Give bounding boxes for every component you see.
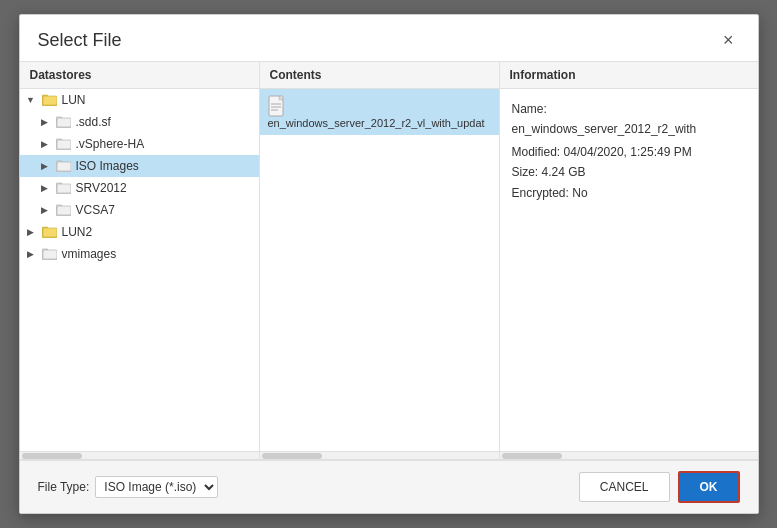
file-item-win2012[interactable]: en_windows_server_2012_r2_vl_with_updat <box>260 89 499 135</box>
file-type-label: File Type: <box>38 480 90 494</box>
dialog-title: Select File <box>38 30 122 51</box>
datastores-scrollbar[interactable] <box>20 451 259 459</box>
datastores-tree: ▼ LUN ▶ <box>20 89 259 451</box>
folder-srv2012-icon <box>56 180 72 196</box>
close-button[interactable]: × <box>717 29 740 51</box>
contents-file-list: en_windows_server_2012_r2_vl_with_updat <box>260 89 499 451</box>
folder-sdd-icon <box>56 114 72 130</box>
datastores-scroll-thumb[interactable] <box>22 453 82 459</box>
tree-item-sdd[interactable]: ▶ .sdd.sf <box>20 111 259 133</box>
cancel-button[interactable]: CANCEL <box>579 472 670 502</box>
ok-button[interactable]: OK <box>678 471 740 503</box>
tree-item-vcsa7[interactable]: ▶ VCSA7 <box>20 199 259 221</box>
chevron-lun2-icon: ▶ <box>24 225 38 239</box>
footer-buttons: CANCEL OK <box>579 471 740 503</box>
svg-rect-20 <box>43 228 57 237</box>
chevron-sdd-icon: ▶ <box>38 115 52 129</box>
svg-rect-14 <box>57 184 71 193</box>
chevron-isoimages-icon: ▶ <box>38 159 52 173</box>
contents-header: Contents <box>260 62 499 89</box>
svg-rect-2 <box>43 96 57 105</box>
file-name-win2012: en_windows_server_2012_r2_vl_with_updat <box>268 117 485 129</box>
info-modified-value: 04/04/2020, 1:25:49 PM <box>564 145 692 159</box>
datastores-header: Datastores <box>20 62 259 89</box>
info-size-label: Size: <box>512 165 539 179</box>
svg-rect-11 <box>57 162 71 171</box>
info-encrypted-row: Encrypted: No <box>512 183 746 203</box>
information-scroll-thumb[interactable] <box>502 453 562 459</box>
tree-item-lun2-label: LUN2 <box>62 225 93 239</box>
info-size-row: Size: 4.24 GB <box>512 162 746 182</box>
tree-item-vmimages-label: vmimages <box>62 247 117 261</box>
datastores-panel: Datastores ▼ LUN ▶ <box>20 62 260 459</box>
information-content: Name: en_windows_server_2012_r2_with Mod… <box>500 89 758 451</box>
info-modified-row: Modified: 04/04/2020, 1:25:49 PM <box>512 142 746 162</box>
information-header: Information <box>500 62 758 89</box>
tree-item-lun[interactable]: ▼ LUN <box>20 89 259 111</box>
info-details: Name: en_windows_server_2012_r2_with Mod… <box>500 89 758 213</box>
tree-item-vsphereha-label: .vSphere-HA <box>76 137 145 151</box>
tree-item-lun2[interactable]: ▶ LUN2 <box>20 221 259 243</box>
info-encrypted-label: Encrypted: <box>512 186 569 200</box>
tree-item-srv2012[interactable]: ▶ SRV2012 <box>20 177 259 199</box>
info-encrypted-value: No <box>572 186 587 200</box>
datastore-vmimages-icon <box>42 246 58 262</box>
tree-item-isoimages-label: ISO Images <box>76 159 139 173</box>
tree-item-iso-images[interactable]: ▶ ISO Images <box>20 155 259 177</box>
tree-item-lun-label: LUN <box>62 93 86 107</box>
chevron-vsphereha-icon: ▶ <box>38 137 52 151</box>
folder-vsphereha-icon <box>56 136 72 152</box>
chevron-srv2012-icon: ▶ <box>38 181 52 195</box>
chevron-lun-icon: ▼ <box>24 93 38 107</box>
svg-rect-5 <box>57 118 71 127</box>
file-iso-icon <box>268 95 288 115</box>
file-type-select[interactable]: ISO Image (*.iso) All Files (*.*) <box>95 476 218 498</box>
svg-rect-8 <box>57 140 71 149</box>
information-scrollbar[interactable] <box>500 451 758 459</box>
contents-scroll-thumb[interactable] <box>262 453 322 459</box>
folder-isoimages-icon <box>56 158 72 174</box>
info-name-label: Name: <box>512 102 547 116</box>
svg-rect-17 <box>57 206 71 215</box>
folder-vcsa7-icon <box>56 202 72 218</box>
tree-item-vsphere-ha[interactable]: ▶ .vSphere-HA <box>20 133 259 155</box>
dialog-header: Select File × <box>20 15 758 62</box>
contents-scrollbar[interactable] <box>260 451 499 459</box>
info-modified-label: Modified: <box>512 145 561 159</box>
tree-item-vcsa7-label: VCSA7 <box>76 203 115 217</box>
info-name-value: en_windows_server_2012_r2_with <box>512 122 697 136</box>
datastore-icon <box>42 92 58 108</box>
info-size-value: 4.24 GB <box>542 165 586 179</box>
info-name-row: Name: en_windows_server_2012_r2_with <box>512 99 746 140</box>
select-file-dialog: Select File × Datastores ▼ LUN <box>19 14 759 514</box>
datastore-lun2-icon <box>42 224 58 240</box>
tree-item-vmimages[interactable]: ▶ vmimages <box>20 243 259 265</box>
svg-rect-23 <box>43 250 57 259</box>
tree-item-srv2012-label: SRV2012 <box>76 181 127 195</box>
chevron-vcsa7-icon: ▶ <box>38 203 52 217</box>
chevron-vmimages-icon: ▶ <box>24 247 38 261</box>
information-panel: Information Name: en_windows_server_2012… <box>500 62 758 459</box>
tree-item-sdd-label: .sdd.sf <box>76 115 111 129</box>
contents-panel: Contents en_windows_server_2012_r2_vl_wi… <box>260 62 500 459</box>
dialog-body: Datastores ▼ LUN ▶ <box>20 62 758 460</box>
dialog-footer: File Type: ISO Image (*.iso) All Files (… <box>20 460 758 513</box>
